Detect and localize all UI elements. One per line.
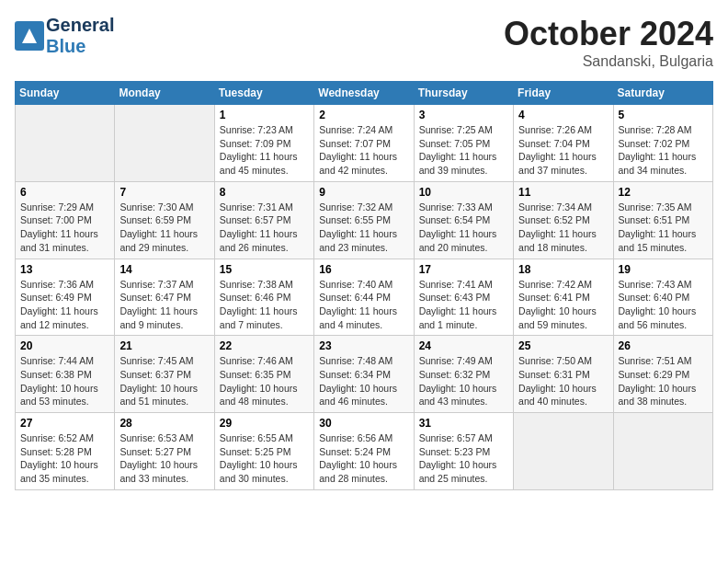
- calendar-week-row: 13Sunrise: 7:36 AMSunset: 6:49 PMDayligh…: [16, 259, 713, 336]
- day-number: 15: [220, 263, 309, 276]
- calendar-week-row: 27Sunrise: 6:52 AMSunset: 5:28 PMDayligh…: [16, 413, 713, 490]
- day-info: Sunrise: 6:57 AMSunset: 5:23 PMDaylight:…: [419, 431, 508, 486]
- calendar-header-day: Monday: [115, 82, 214, 105]
- calendar-cell: 21Sunrise: 7:45 AMSunset: 6:37 PMDayligh…: [115, 336, 214, 413]
- day-info: Sunrise: 6:56 AMSunset: 5:24 PMDaylight:…: [319, 431, 408, 486]
- calendar-cell: 28Sunrise: 6:53 AMSunset: 5:27 PMDayligh…: [115, 413, 214, 490]
- day-info: Sunrise: 7:36 AMSunset: 6:49 PMDaylight:…: [20, 278, 109, 332]
- calendar-cell: 10Sunrise: 7:33 AMSunset: 6:54 PMDayligh…: [414, 181, 513, 259]
- calendar-cell: 1Sunrise: 7:23 AMSunset: 7:09 PMDaylight…: [214, 105, 313, 182]
- logo-text-blue: Blue: [46, 36, 85, 56]
- day-number: 24: [419, 339, 508, 352]
- day-number: 2: [319, 109, 408, 121]
- day-info: Sunrise: 7:44 AMSunset: 6:38 PMDaylight:…: [20, 354, 109, 408]
- calendar-cell: 30Sunrise: 6:56 AMSunset: 5:24 PMDayligh…: [314, 413, 414, 490]
- title-block: October 2024 Sandanski, Bulgaria: [504, 15, 713, 70]
- calendar-cell: 9Sunrise: 7:32 AMSunset: 6:55 PMDaylight…: [314, 181, 414, 259]
- calendar-week-row: 6Sunrise: 7:29 AMSunset: 7:00 PMDaylight…: [16, 181, 713, 259]
- day-info: Sunrise: 7:23 AMSunset: 7:09 PMDaylight:…: [220, 123, 309, 178]
- calendar-cell: 13Sunrise: 7:36 AMSunset: 6:49 PMDayligh…: [16, 259, 115, 336]
- day-info: Sunrise: 7:43 AMSunset: 6:40 PMDaylight:…: [619, 278, 708, 332]
- day-info: Sunrise: 7:33 AMSunset: 6:54 PMDaylight:…: [419, 201, 508, 255]
- day-number: 12: [619, 186, 708, 199]
- calendar-header-day: Friday: [514, 82, 613, 105]
- calendar-cell: 24Sunrise: 7:49 AMSunset: 6:32 PMDayligh…: [414, 336, 513, 413]
- calendar-header-day: Sunday: [16, 82, 115, 105]
- day-info: Sunrise: 7:35 AMSunset: 6:51 PMDaylight:…: [619, 201, 708, 255]
- calendar-table: SundayMondayTuesdayWednesdayThursdayFrid…: [15, 81, 713, 490]
- day-info: Sunrise: 7:24 AMSunset: 7:07 PMDaylight:…: [319, 123, 408, 178]
- day-info: Sunrise: 7:28 AMSunset: 7:02 PMDaylight:…: [619, 123, 708, 178]
- day-info: Sunrise: 7:37 AMSunset: 6:47 PMDaylight:…: [119, 278, 209, 332]
- day-info: Sunrise: 7:32 AMSunset: 6:55 PMDaylight:…: [319, 201, 408, 255]
- calendar-cell: 31Sunrise: 6:57 AMSunset: 5:23 PMDayligh…: [414, 413, 513, 490]
- logo: General Blue: [15, 15, 114, 57]
- day-info: Sunrise: 7:40 AMSunset: 6:44 PMDaylight:…: [319, 278, 408, 332]
- day-number: 31: [419, 417, 508, 430]
- day-number: 13: [20, 263, 109, 276]
- day-number: 22: [220, 339, 309, 352]
- day-info: Sunrise: 6:55 AMSunset: 5:25 PMDaylight:…: [220, 431, 309, 486]
- day-number: 7: [119, 186, 209, 199]
- calendar-cell: 16Sunrise: 7:40 AMSunset: 6:44 PMDayligh…: [314, 259, 414, 336]
- calendar-cell: 3Sunrise: 7:25 AMSunset: 7:05 PMDaylight…: [414, 105, 513, 182]
- day-info: Sunrise: 7:34 AMSunset: 6:52 PMDaylight:…: [518, 201, 608, 255]
- day-info: Sunrise: 7:45 AMSunset: 6:37 PMDaylight:…: [119, 354, 209, 408]
- calendar-cell: 12Sunrise: 7:35 AMSunset: 6:51 PMDayligh…: [613, 181, 712, 259]
- day-info: Sunrise: 7:25 AMSunset: 7:05 PMDaylight:…: [419, 123, 508, 178]
- calendar-header-day: Thursday: [414, 82, 513, 105]
- calendar-cell: 26Sunrise: 7:51 AMSunset: 6:29 PMDayligh…: [613, 336, 712, 413]
- day-number: 9: [319, 186, 408, 199]
- day-info: Sunrise: 7:31 AMSunset: 6:57 PMDaylight:…: [220, 201, 309, 255]
- day-info: Sunrise: 7:51 AMSunset: 6:29 PMDaylight:…: [619, 354, 708, 408]
- day-info: Sunrise: 7:46 AMSunset: 6:35 PMDaylight:…: [220, 354, 309, 408]
- day-number: 29: [220, 417, 309, 430]
- calendar-week-row: 1Sunrise: 7:23 AMSunset: 7:09 PMDaylight…: [16, 105, 713, 182]
- day-number: 27: [20, 417, 109, 430]
- day-info: Sunrise: 7:29 AMSunset: 7:00 PMDaylight:…: [20, 201, 109, 255]
- day-info: Sunrise: 7:30 AMSunset: 6:59 PMDaylight:…: [119, 201, 209, 255]
- calendar-cell: 11Sunrise: 7:34 AMSunset: 6:52 PMDayligh…: [514, 181, 613, 259]
- calendar-cell: 8Sunrise: 7:31 AMSunset: 6:57 PMDaylight…: [214, 181, 313, 259]
- calendar-cell: 17Sunrise: 7:41 AMSunset: 6:43 PMDayligh…: [414, 259, 513, 336]
- day-number: 26: [619, 339, 708, 352]
- day-number: 11: [518, 186, 608, 199]
- day-info: Sunrise: 7:41 AMSunset: 6:43 PMDaylight:…: [419, 278, 508, 332]
- calendar-cell: 22Sunrise: 7:46 AMSunset: 6:35 PMDayligh…: [214, 336, 313, 413]
- calendar-cell: 25Sunrise: 7:50 AMSunset: 6:31 PMDayligh…: [514, 336, 613, 413]
- page-header: General Blue October 2024 Sandanski, Bul…: [15, 15, 713, 70]
- day-number: 25: [518, 339, 608, 352]
- calendar-cell: [16, 105, 115, 182]
- calendar-cell: 23Sunrise: 7:48 AMSunset: 6:34 PMDayligh…: [314, 336, 414, 413]
- calendar-header-day: Saturday: [613, 82, 712, 105]
- calendar-cell: 5Sunrise: 7:28 AMSunset: 7:02 PMDaylight…: [613, 105, 712, 182]
- calendar-cell: 15Sunrise: 7:38 AMSunset: 6:46 PMDayligh…: [214, 259, 313, 336]
- day-number: 8: [220, 186, 309, 199]
- day-info: Sunrise: 7:42 AMSunset: 6:41 PMDaylight:…: [518, 278, 608, 332]
- location-subtitle: Sandanski, Bulgaria: [504, 53, 713, 70]
- month-title: October 2024: [504, 15, 713, 53]
- calendar-cell: 14Sunrise: 7:37 AMSunset: 6:47 PMDayligh…: [115, 259, 214, 336]
- calendar-cell: [613, 413, 712, 490]
- day-number: 17: [419, 263, 508, 276]
- calendar-cell: 19Sunrise: 7:43 AMSunset: 6:40 PMDayligh…: [613, 259, 712, 336]
- day-number: 3: [419, 109, 508, 121]
- calendar-cell: 2Sunrise: 7:24 AMSunset: 7:07 PMDaylight…: [314, 105, 414, 182]
- day-number: 6: [20, 186, 109, 199]
- day-number: 19: [619, 263, 708, 276]
- day-number: 10: [419, 186, 508, 199]
- day-number: 18: [518, 263, 608, 276]
- day-info: Sunrise: 6:52 AMSunset: 5:28 PMDaylight:…: [20, 431, 109, 486]
- calendar-cell: 27Sunrise: 6:52 AMSunset: 5:28 PMDayligh…: [16, 413, 115, 490]
- calendar-cell: 29Sunrise: 6:55 AMSunset: 5:25 PMDayligh…: [214, 413, 313, 490]
- day-number: 30: [319, 417, 408, 430]
- day-number: 21: [119, 339, 209, 352]
- day-number: 14: [119, 263, 209, 276]
- logo-text-general: General: [46, 15, 114, 35]
- calendar-header-day: Wednesday: [314, 82, 414, 105]
- day-number: 23: [319, 339, 408, 352]
- calendar-week-row: 20Sunrise: 7:44 AMSunset: 6:38 PMDayligh…: [16, 336, 713, 413]
- day-number: 20: [20, 339, 109, 352]
- day-number: 4: [518, 109, 608, 121]
- day-number: 1: [220, 109, 309, 121]
